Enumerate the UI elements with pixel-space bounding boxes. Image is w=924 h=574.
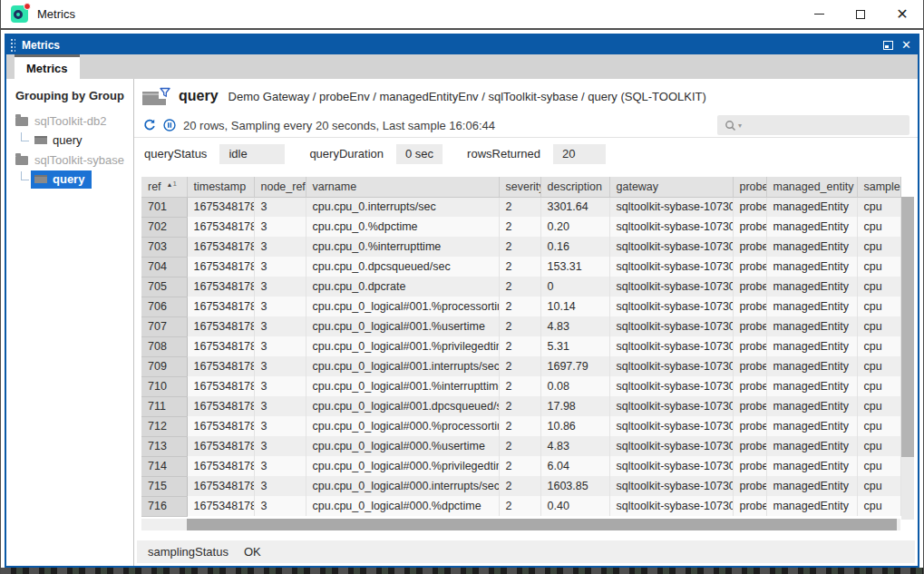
dataview-icon — [34, 136, 47, 144]
table-row[interactable]: 70116753481783cpu.cpu_0.interrupts/sec23… — [141, 197, 900, 217]
table-row[interactable]: 71316753481783cpu.cpu_0_logical#000.%use… — [141, 436, 900, 456]
table-cell: 1675348178 — [187, 316, 254, 336]
view-header: query Demo Gateway / probeEnv / managedE… — [134, 79, 918, 113]
table-row[interactable]: 71616753481783cpu.cpu_0_logical#000.%dpc… — [141, 496, 900, 516]
table-row[interactable]: 71016753481783cpu.cpu_0_logical#001.%int… — [141, 376, 900, 396]
tree-item-query[interactable]: query — [6, 131, 133, 151]
headline-value: 20 — [553, 144, 606, 164]
horizontal-scrollbar-thumb[interactable] — [187, 519, 897, 530]
table-cell: cpu — [857, 436, 900, 456]
row-ref-cell: 711 — [141, 396, 187, 416]
table-cell: sqltoolkit-sybase-10730 — [609, 456, 733, 476]
refresh-icon[interactable] — [143, 119, 156, 131]
horizontal-scrollbar[interactable] — [141, 519, 900, 530]
column-header-description[interactable]: description — [540, 177, 609, 197]
column-header-probe[interactable]: probe — [733, 177, 766, 197]
table-cell: 2 — [499, 376, 540, 396]
panel-close-icon[interactable]: ✕ — [901, 39, 911, 51]
table-cell: cpu — [857, 297, 900, 316]
row-ref-cell: 703 — [141, 237, 187, 257]
column-header-gateway[interactable]: gateway — [609, 177, 733, 197]
tab-metrics[interactable]: Metrics — [15, 54, 80, 79]
window-title: Metrics — [37, 7, 75, 21]
column-header-node_ref[interactable]: node_ref — [254, 177, 306, 197]
column-header-timestamp[interactable]: timestamp — [187, 177, 254, 197]
table-cell: 2 — [499, 336, 540, 356]
view-toolbar: 20 rows, Sampling every 20 seconds, Last… — [134, 113, 918, 138]
table-row[interactable]: 70616753481783cpu.cpu_0_logical#001.%pro… — [141, 297, 900, 316]
table-row[interactable]: 70816753481783cpu.cpu_0_logical#001.%pri… — [141, 336, 900, 356]
table-cell: cpu.cpu_0.%interrupttime — [306, 237, 499, 257]
tree-group-label: sqlToolkit-sybase — [34, 153, 124, 167]
pause-icon[interactable] — [163, 119, 176, 131]
table-cell: sqltoolkit-sybase-10730 — [609, 416, 733, 436]
table-row[interactable]: 70516753481783cpu.cpu_0.dpcrate20sqltool… — [141, 277, 900, 297]
table-header-row: ref▲1timestampnode_refvarnameseveritydes… — [141, 177, 900, 197]
column-header-managed_entity[interactable]: managed_entity — [766, 177, 857, 197]
table-row[interactable]: 71416753481783cpu.cpu_0_logical#000.%pri… — [141, 456, 900, 476]
table-cell: managedEntity — [766, 476, 857, 496]
table-cell: 2 — [499, 436, 540, 456]
drag-grip-icon[interactable] — [10, 38, 15, 52]
table-row[interactable]: 71216753481783cpu.cpu_0_logical#000.%pro… — [141, 416, 900, 436]
maximize-button[interactable] — [840, 0, 881, 28]
table-cell: managedEntity — [766, 237, 857, 257]
table-cell: 2 — [499, 356, 540, 376]
table-cell: 2 — [499, 197, 540, 217]
table-cell: probe — [733, 237, 766, 257]
float-window-icon[interactable] — [883, 41, 893, 50]
sort-order: 1 — [173, 180, 177, 188]
dataview-icon — [34, 175, 47, 183]
application-window: Metrics ✕ Metrics ✕ Metrics Grouping by … — [0, 0, 924, 574]
column-header-varname[interactable]: varname — [306, 177, 499, 197]
close-button[interactable]: ✕ — [881, 0, 923, 28]
vertical-scrollbar[interactable] — [901, 197, 914, 520]
table-row[interactable]: 70716753481783cpu.cpu_0_logical#001.%use… — [141, 316, 900, 336]
table-cell: managedEntity — [766, 277, 857, 297]
table-cell: cpu — [857, 336, 900, 356]
minimize-button[interactable] — [798, 0, 840, 28]
table-cell: sqltoolkit-sybase-10730 — [609, 297, 733, 316]
table-cell: 0 — [540, 277, 609, 297]
table-cell: 1675348178 — [187, 436, 254, 456]
table-cell: cpu — [857, 277, 900, 297]
table-cell: 3301.64 — [540, 197, 609, 217]
folder-icon — [15, 156, 28, 165]
table-row[interactable]: 70416753481783cpu.cpu_0.dpcsqueued/sec21… — [141, 257, 900, 277]
table-row[interactable]: 71116753481783cpu.cpu_0_logical#001.dpcs… — [141, 396, 900, 416]
table-cell: cpu — [857, 217, 900, 237]
sampling-status-value: OK — [244, 545, 261, 559]
table-cell: cpu.cpu_0_logical#000.interrupts/sec — [306, 476, 499, 496]
table-cell: 0.40 — [540, 496, 609, 516]
search-box[interactable]: ▾ — [717, 115, 909, 135]
table-cell: probe — [733, 277, 766, 297]
table-cell: 10.86 — [540, 416, 609, 436]
table-cell: 1675348178 — [187, 476, 254, 496]
tree-group-item[interactable]: sqlToolkit-db2 — [6, 112, 133, 131]
table-cell: probe — [733, 297, 766, 316]
vertical-scrollbar-thumb[interactable] — [901, 197, 914, 457]
sampling-status-label: samplingStatus — [148, 545, 229, 559]
column-header-severity[interactable]: severity — [499, 177, 540, 197]
table-cell: probe — [733, 336, 766, 356]
table-cell: 1675348178 — [187, 416, 254, 436]
table-cell: managedEntity — [766, 217, 857, 237]
search-input[interactable] — [744, 119, 909, 131]
table-row[interactable]: 70916753481783cpu.cpu_0_logical#001.inte… — [141, 356, 900, 376]
table-row[interactable]: 70216753481783cpu.cpu_0.%dpctime20.20sql… — [141, 217, 900, 237]
search-options-caret-icon[interactable]: ▾ — [738, 122, 742, 130]
tree-item-query[interactable]: query — [6, 170, 133, 190]
column-header-sampler[interactable]: sampler — [857, 177, 900, 197]
column-header-ref[interactable]: ref▲1 — [141, 177, 187, 197]
table-cell: cpu.cpu_0_logical#000.%privilegedtime — [306, 456, 499, 476]
table-row[interactable]: 70316753481783cpu.cpu_0.%interrupttime20… — [141, 237, 900, 257]
table-cell: sqltoolkit-sybase-10730 — [609, 476, 733, 496]
tree-group-item[interactable]: sqlToolkit-sybase — [6, 151, 133, 170]
sampling-status-line: 20 rows, Sampling every 20 seconds, Last… — [183, 119, 495, 132]
table-cell: 3 — [254, 396, 306, 416]
table-cell: 6.04 — [540, 456, 609, 476]
table-cell: cpu — [857, 416, 900, 436]
panel-titlebar[interactable]: Metrics ✕ — [6, 35, 918, 54]
table-row[interactable]: 71516753481783cpu.cpu_0_logical#000.inte… — [141, 476, 900, 496]
headline-label: queryDuration — [309, 147, 384, 161]
